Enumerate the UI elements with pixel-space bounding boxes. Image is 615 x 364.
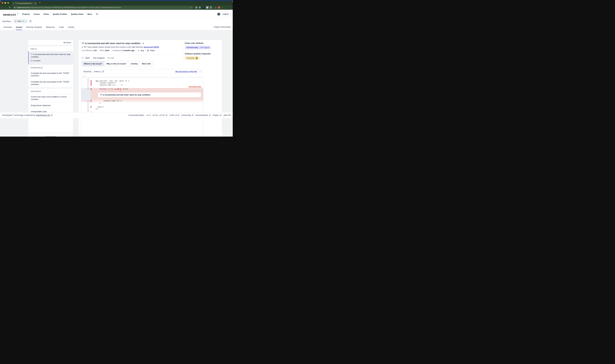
line-number[interactable]: 34 bbox=[81, 88, 91, 90]
code-line[interactable]: 36 } bbox=[81, 102, 203, 104]
site-settings-icon[interactable] bbox=[14, 7, 15, 8]
tab-title: "i" is incremented and will ne bbox=[15, 2, 34, 4]
tab-security-hotspots[interactable]: Security Hotspots bbox=[26, 26, 42, 30]
address-bar[interactable]: codereviews.dev/project/issues?issueStat… bbox=[13, 6, 193, 9]
tab-issues[interactable]: Issues bbox=[16, 26, 22, 30]
profile-avatar[interactable]: k bbox=[218, 6, 220, 9]
file-breadcrumb-file[interactable]: /index.js bbox=[94, 71, 101, 73]
line-number[interactable]: 38 bbox=[81, 106, 91, 108]
nav-quality-gates[interactable]: Quality Gates bbox=[71, 13, 84, 15]
login-button[interactable]: Log in bbox=[220, 12, 231, 16]
code-line[interactable]: 31 console.log(err); bbox=[81, 82, 203, 84]
grammarly-extension-icon[interactable]: G bbox=[199, 6, 201, 9]
issues-list: index.js "i" is incremented and will nev… bbox=[28, 46, 73, 139]
nav-projects[interactable]: Projects bbox=[22, 13, 30, 15]
code-line[interactable]: 35 console.log("FOo"); bbox=[81, 100, 203, 102]
code-line[interactable]: 38 next(); bbox=[81, 106, 203, 108]
code-line[interactable]: 39}); bbox=[81, 108, 203, 110]
file-breadcrumb-project[interactable]: 42jzxf2aq bbox=[83, 71, 91, 73]
search-icon[interactable] bbox=[96, 13, 98, 15]
branch-selector[interactable]: main ✓ ▾ bbox=[13, 19, 28, 23]
bookmark-star-icon[interactable]: ☆ bbox=[190, 6, 192, 9]
expand-vertical-icon[interactable] bbox=[199, 70, 201, 73]
tab-why-is-this-an-issue[interactable]: Why is this an issue? bbox=[104, 61, 128, 66]
close-window-button[interactable] bbox=[2, 2, 3, 4]
reliability-pill[interactable]: Reliability bbox=[185, 56, 200, 60]
nav-more[interactable]: More bbox=[87, 13, 92, 15]
expand-lines-above-icon[interactable]: ↑••••• bbox=[83, 74, 85, 77]
status-open-icon[interactable] bbox=[82, 57, 84, 59]
reliability-severity-icon bbox=[196, 57, 198, 59]
sonarqube-logo[interactable]: sonarqube bbox=[3, 12, 19, 16]
screenshot-extension-icon[interactable] bbox=[206, 6, 208, 9]
browser-tab[interactable]: "i" is incremented and will ne ✕ bbox=[12, 1, 37, 5]
code-line[interactable]: 34 for(let i = 0; i> 0; i++){ bbox=[81, 88, 203, 90]
line-number[interactable]: 30 bbox=[81, 80, 91, 82]
line-number[interactable]: 33 bbox=[81, 86, 91, 88]
tab-where-is-the-issue[interactable]: Where is the issue? bbox=[82, 61, 104, 66]
new-tab-button[interactable]: + bbox=[39, 1, 41, 4]
issue-list-item[interactable]: Correct this loop's end condition to not… bbox=[28, 94, 73, 103]
line-number[interactable]: 35 bbox=[81, 100, 91, 102]
project-information-link[interactable]: Project Information bbox=[214, 26, 231, 28]
license-link[interactable]: LGPL v3 bbox=[170, 114, 179, 116]
code-line[interactable]: 40 bbox=[81, 110, 203, 112]
nav-issues[interactable]: Issues bbox=[34, 13, 40, 15]
react-devtools-icon[interactable]: ⚛ bbox=[202, 6, 205, 9]
zoom-window-button[interactable] bbox=[7, 2, 9, 4]
tab-more-info[interactable]: More info bbox=[140, 61, 153, 66]
sonarsource-link[interactable]: SonarSource SA bbox=[36, 114, 50, 116]
rule-link[interactable]: javascript:S2251 bbox=[144, 46, 159, 48]
web-api-link[interactable]: Web API bbox=[224, 114, 231, 116]
browser-menu-icon[interactable]: ⋮ bbox=[222, 6, 224, 9]
issue-list-item-selected[interactable]: "i" is incremented and will never reach … bbox=[28, 52, 73, 64]
version-link[interactable]: v10.6 (92116) ACTIVE bbox=[146, 115, 167, 116]
issue-list-item[interactable]: Complete the task associated to this "TO… bbox=[28, 70, 73, 79]
minimize-window-button[interactable] bbox=[4, 2, 6, 4]
community-link[interactable]: Community bbox=[181, 114, 193, 116]
issue-list-item[interactable]: Complete the task associated to this "TO… bbox=[28, 79, 73, 88]
code-line[interactable]: 32 console.log("yes....."); bbox=[81, 84, 203, 86]
line-number[interactable]: 40 bbox=[81, 110, 91, 112]
status-label[interactable]: Open bbox=[85, 57, 90, 59]
permalink-icon[interactable] bbox=[142, 42, 144, 44]
project-key[interactable]: 42jzxf2aq bbox=[2, 20, 11, 22]
tab-overview[interactable]: Overview bbox=[3, 26, 12, 30]
forward-icon[interactable]: → bbox=[4, 6, 8, 9]
reload-icon[interactable]: ↻ bbox=[8, 6, 12, 9]
line-number[interactable]: 29 bbox=[81, 78, 91, 80]
tags-label[interactable]: No tags bbox=[108, 57, 114, 59]
tab-close-icon[interactable]: ✕ bbox=[35, 2, 36, 4]
line-number[interactable]: 37 bbox=[81, 104, 91, 106]
nav-rules[interactable]: Rules bbox=[44, 13, 49, 15]
documentation-link[interactable]: Documentation bbox=[196, 114, 211, 116]
orbit-extension-icon[interactable] bbox=[195, 7, 197, 9]
assignee-label[interactable]: Not assigned bbox=[93, 57, 105, 59]
help-icon[interactable]: ? bbox=[217, 13, 220, 15]
branch-help-icon[interactable]: ? bbox=[29, 20, 32, 23]
line-number[interactable]: 39 bbox=[81, 108, 91, 110]
line-number[interactable]: 31 bbox=[81, 82, 91, 84]
nav-quality-profiles[interactable]: Quality Profiles bbox=[53, 13, 67, 15]
copy-path-icon[interactable] bbox=[102, 71, 104, 72]
plugins-link[interactable]: Plugins bbox=[213, 114, 221, 116]
code-line[interactable]: 30app.use((err, req, res, next) => { bbox=[81, 80, 203, 82]
tab-measures[interactable]: Measures bbox=[46, 26, 55, 30]
clean-code-panel: Clean code attribute Intentionality | No… bbox=[185, 42, 221, 60]
code-line[interactable]: 29 bbox=[81, 78, 203, 80]
tab-code[interactable]: Code bbox=[59, 26, 64, 30]
see-all-issues-link[interactable]: See all issues in this file bbox=[175, 71, 197, 73]
line-number[interactable]: 36 bbox=[81, 102, 91, 104]
inline-issue-message[interactable]: "i" is incremented and will never reach … bbox=[98, 92, 201, 98]
tab-issue-activity[interactable]: Activity bbox=[128, 61, 140, 66]
attribute-pill[interactable]: Intentionality | Not logical bbox=[185, 46, 211, 49]
tab-activity[interactable]: Activity bbox=[68, 26, 74, 30]
code-line[interactable]: 37 bbox=[81, 104, 203, 106]
code-line[interactable]: 33Uncovered code bbox=[81, 86, 203, 88]
issue-list-item[interactable]: Empty block statement. bbox=[28, 103, 73, 109]
extensions-puzzle-icon[interactable] bbox=[210, 7, 212, 8]
back-icon[interactable]: ← bbox=[0, 6, 4, 9]
line-number[interactable]: 32 bbox=[81, 84, 91, 86]
downloads-icon[interactable]: ↓ bbox=[215, 6, 217, 8]
window-controls[interactable] bbox=[2, 2, 9, 4]
